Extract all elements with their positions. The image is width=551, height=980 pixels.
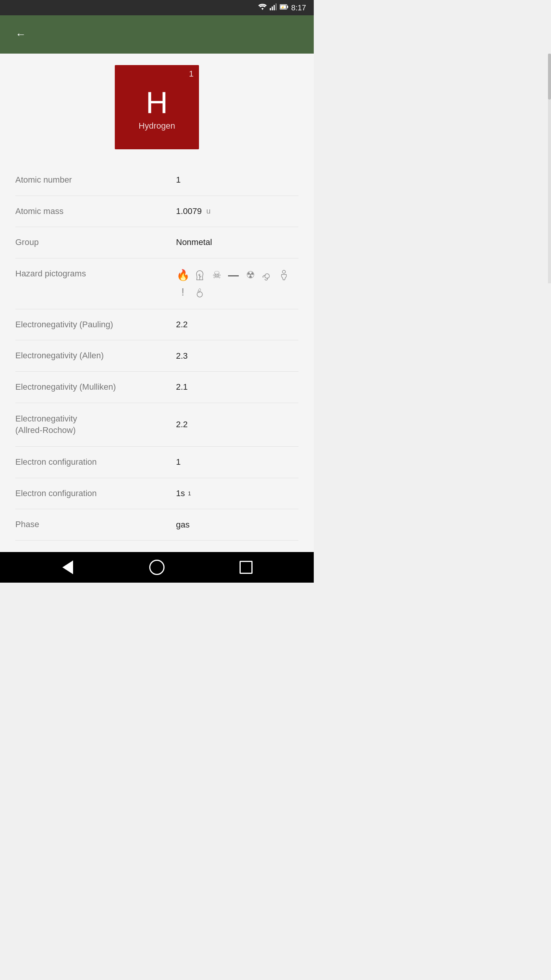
property-label-ec-1: Electron configuration <box>15 457 176 468</box>
property-label-ec-2: Electron configuration <box>15 488 176 499</box>
hazard-exclamation-icon: ! <box>176 285 190 299</box>
property-value-en-allred: 2.2 <box>176 420 298 430</box>
nav-back-button[interactable] <box>58 558 77 577</box>
property-row-ec-2: Electron configuration 1s1 <box>15 478 298 510</box>
svg-point-10 <box>282 270 285 273</box>
wifi-icon <box>258 3 267 12</box>
property-row-phase: Phase gas <box>15 509 298 541</box>
nav-home-button[interactable] <box>147 558 166 577</box>
hazard-health-icon <box>277 268 291 282</box>
property-label-atomic-mass: Atomic mass <box>15 206 176 217</box>
hazard-bomb-icon <box>260 268 274 282</box>
property-row-en-mulliken: Electronegativity (Mulliken) 2.1 <box>15 372 298 403</box>
property-label-en-mulliken: Electronegativity (Mulliken) <box>15 382 176 393</box>
nav-home-icon <box>149 560 165 575</box>
hazard-dash-icon: — <box>227 268 240 282</box>
svg-rect-2 <box>274 5 275 10</box>
property-value-ec-1: 1 <box>176 457 298 467</box>
bottom-nav <box>0 552 314 583</box>
property-label-hazard: Hazard pictograms <box>15 268 176 279</box>
property-value-en-pauling: 2.2 <box>176 320 298 330</box>
properties-list: Atomic number 1 Atomic mass 1.0079 u Gro… <box>15 165 298 541</box>
property-value-phase: gas <box>176 520 298 530</box>
property-row-atomic-number: Atomic number 1 <box>15 165 298 196</box>
property-row-atomic-mass: Atomic mass 1.0079 u <box>15 196 298 227</box>
property-value-atomic-number: 1 <box>176 175 298 185</box>
app-bar: ← <box>0 15 314 54</box>
svg-rect-3 <box>276 3 277 10</box>
property-value-ec-2: 1s1 <box>176 488 298 498</box>
nav-recents-button[interactable] <box>236 558 256 577</box>
main-content: 1 H Hydrogen Atomic number 1 Atomic mass… <box>0 54 314 552</box>
property-row-group: Group Nonmetal <box>15 227 298 258</box>
unit-atomic-mass: u <box>206 207 210 216</box>
element-name: Hydrogen <box>139 121 175 131</box>
hazard-flame-icon: 🔥 <box>176 268 190 282</box>
hazard-radiation-icon: ☢ <box>243 268 257 282</box>
property-value-en-allen: 2.3 <box>176 351 298 361</box>
property-value-group: Nonmetal <box>176 237 298 247</box>
property-label-en-pauling: Electronegativity (Pauling) <box>15 319 176 330</box>
property-label-atomic-number: Atomic number <box>15 175 176 186</box>
hazard-oxidizer-icon <box>193 285 207 299</box>
svg-rect-0 <box>270 8 271 10</box>
status-icons: ⚡ 8:17 <box>258 3 306 12</box>
hazard-environment-icon <box>193 268 207 282</box>
property-label-en-allen: Electronegativity (Allen) <box>15 350 176 361</box>
property-row-hazard: Hazard pictograms 🔥 ☠ — <box>15 258 298 309</box>
property-row-en-allen: Electronegativity (Allen) 2.3 <box>15 340 298 372</box>
status-time: 8:17 <box>291 3 306 12</box>
property-value-en-mulliken: 2.1 <box>176 382 298 392</box>
back-button[interactable]: ← <box>11 24 30 44</box>
property-row-en-allred: Electronegativity(Allred-Rochow) 2.2 <box>15 403 298 447</box>
property-row-en-pauling: Electronegativity (Pauling) 2.2 <box>15 309 298 341</box>
signal-icon <box>270 3 277 12</box>
svg-text:⚡: ⚡ <box>281 5 285 9</box>
property-label-en-allred: Electronegativity(Allred-Rochow) <box>15 413 176 437</box>
element-tile: 1 H Hydrogen <box>115 65 199 149</box>
property-row-ec-1: Electron configuration 1 <box>15 447 298 478</box>
property-label-group: Group <box>15 237 176 248</box>
element-number: 1 <box>189 69 194 79</box>
property-label-phase: Phase <box>15 519 176 530</box>
element-card: 1 H Hydrogen <box>15 65 298 149</box>
element-symbol: H <box>146 87 168 118</box>
hazard-skull-icon: ☠ <box>210 268 223 282</box>
status-bar: ⚡ 8:17 <box>0 0 314 15</box>
svg-rect-6 <box>287 6 289 8</box>
nav-back-icon <box>62 560 73 574</box>
hazard-icons-container: 🔥 ☠ — ☢ <box>176 268 298 299</box>
battery-icon: ⚡ <box>280 4 288 11</box>
property-value-atomic-mass: 1.0079 u <box>176 206 298 216</box>
svg-point-11 <box>197 292 202 297</box>
svg-rect-1 <box>272 7 273 10</box>
nav-recents-icon <box>240 561 253 574</box>
